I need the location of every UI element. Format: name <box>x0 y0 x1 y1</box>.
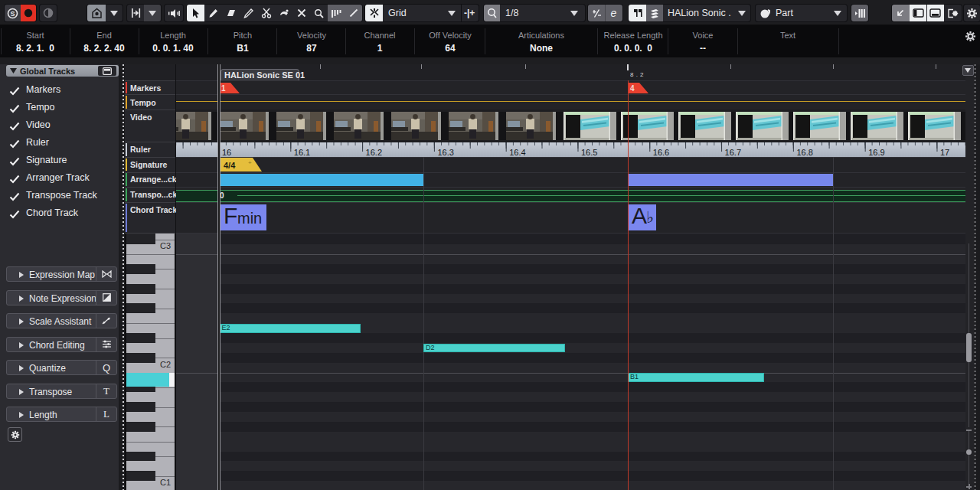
svg-text:4: 4 <box>630 84 635 93</box>
svg-text:+: + <box>248 159 252 166</box>
svg-text:4/4: 4/4 <box>224 161 236 170</box>
svg-text:1: 1 <box>221 84 226 93</box>
svg-text:S: S <box>10 10 15 18</box>
